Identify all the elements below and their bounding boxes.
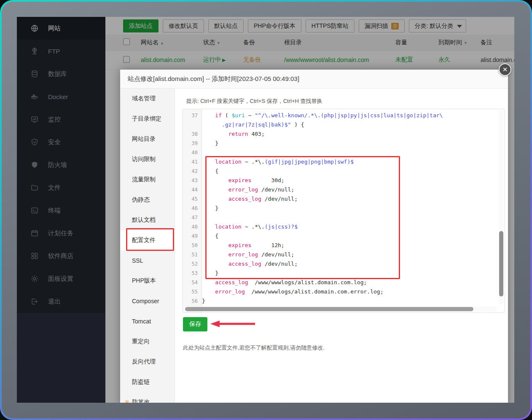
config-warning-note: 此处为站点主配置文件,若您不了解配置规则,请勿随意修改. — [183, 344, 325, 352]
modal-menu-item-6[interactable]: 默认文档 — [120, 210, 175, 230]
modal-menu-item-label: 配置文件 — [132, 237, 156, 244]
modal-menu-item-0[interactable]: 域名管理 — [120, 89, 175, 109]
modal-menu-item-label: SSL — [132, 257, 143, 264]
code-line: 43 expires 30d; — [183, 176, 499, 185]
line-number: 55 — [183, 287, 202, 296]
code-text[interactable]: } — [202, 296, 499, 306]
code-text[interactable]: location ~ .*\.(js|css)?$ — [202, 222, 499, 232]
vscroll-thumb[interactable] — [499, 231, 503, 296]
modal-menu-item-13[interactable]: 反向代理 — [120, 352, 175, 372]
modal-menu-item-4[interactable]: 流量限制 — [120, 170, 175, 190]
modal-menu-item-8[interactable]: SSL — [120, 250, 175, 271]
line-number: 56 — [183, 296, 202, 306]
save-button[interactable]: 保存 — [183, 317, 207, 331]
code-line: 46 } — [183, 204, 499, 213]
code-line: 44 error_log /dev/null; — [183, 185, 499, 194]
line-number: 54 — [183, 278, 202, 287]
modal-menu-item-label: 子目录绑定 — [132, 115, 161, 123]
modal-menu-item-label: 防篡改 — [132, 398, 150, 403]
line-number: 45 — [183, 194, 202, 204]
code-line: 56} — [183, 296, 499, 306]
code-text[interactable] — [202, 213, 499, 222]
editor-vscrollbar[interactable] — [499, 110, 504, 305]
modal-menu-item-label: Tomcat — [132, 318, 151, 325]
line-number: 41 — [183, 157, 202, 167]
line-number: 50 — [183, 241, 202, 250]
code-line: 41 location ~ .*\.(gif|jpg|jpeg|png|bmp|… — [183, 157, 499, 167]
line-number: 51 — [183, 250, 202, 259]
code-text[interactable]: expires 12h; — [202, 241, 499, 250]
crown-icon: ♛ — [124, 399, 130, 403]
annotation-arrow — [210, 319, 256, 328]
hscroll-thumb[interactable] — [185, 307, 473, 311]
code-line: 54 access_log /www/wwwlogs/alist.domain.… — [183, 278, 499, 287]
code-text[interactable]: error_log /dev/null; — [202, 185, 499, 194]
code-text[interactable]: access_log /dev/null; — [202, 194, 499, 204]
modal-menu-item-3[interactable]: 访问限制 — [120, 149, 175, 170]
modal-menu-item-label: 流量限制 — [132, 176, 156, 183]
code-line: 37 if ( $uri ~ "^/\.well-known/.*\.(php|… — [183, 111, 499, 120]
line-number: 47 — [183, 213, 202, 222]
modal-menu-item-2[interactable]: 网站目录 — [120, 129, 175, 149]
modal-menu-item-12[interactable]: 重定向 — [120, 331, 175, 352]
modal-menu-item-label: 默认文档 — [132, 216, 156, 224]
line-number: 38 — [183, 129, 202, 139]
code-text[interactable]: { — [202, 167, 499, 176]
modal-menu-item-7[interactable]: 配置文件 — [120, 230, 175, 250]
code-line: 53 } — [183, 269, 499, 278]
code-text[interactable]: access_log /dev/null; — [202, 259, 499, 269]
code-text[interactable]: location ~ .*\.(gif|jpg|jpeg|png|bmp|swf… — [202, 157, 499, 167]
editor-hscrollbar[interactable] — [183, 307, 497, 312]
modal-menu-item-label: Composer — [132, 298, 159, 304]
code-text[interactable] — [202, 148, 499, 157]
editor-lines: 37 if ( $uri ~ "^/\.well-known/.*\.(php|… — [183, 111, 499, 306]
modal-menu-item-label: 伪静态 — [132, 196, 150, 204]
code-line: 55 error_log /www/wwwlogs/alist.domain.c… — [183, 287, 499, 296]
modal-menu-item-14[interactable]: 防盗链 — [120, 372, 175, 392]
line-number: 48 — [183, 222, 202, 232]
code-line: 51 error_log /dev/null; — [183, 250, 499, 259]
line-number: 49 — [183, 232, 202, 241]
modal-menu-item-11[interactable]: Tomcat — [120, 311, 175, 331]
line-number: 52 — [183, 259, 202, 269]
line-number: 37 — [183, 111, 202, 120]
modal-menu-item-1[interactable]: 子目录绑定 — [120, 109, 175, 129]
close-icon[interactable] — [499, 63, 511, 76]
modal-menu-item-label: PHP版本 — [132, 277, 156, 285]
code-line: 50 expires 12h; — [183, 241, 499, 250]
modal-menu-item-label: 网站目录 — [132, 135, 156, 143]
modal-menu-item-9[interactable]: PHP版本 — [120, 271, 175, 291]
code-text[interactable]: access_log /www/wwwlogs/alist.domain.com… — [202, 278, 499, 287]
modal-menu-item-5[interactable]: 伪静态 — [120, 190, 175, 210]
modal-menu-item-10[interactable]: Composer — [120, 291, 175, 311]
code-text[interactable]: } — [202, 204, 499, 213]
code-line: 45 access_log /dev/null; — [183, 194, 499, 204]
code-text[interactable]: error_log /dev/null; — [202, 250, 499, 259]
code-text[interactable]: { — [202, 232, 499, 241]
panel-screen: 网站FTP数据库Docker监控安全防火墙文件终端计划任务软件商店面板设置退出 … — [17, 17, 514, 403]
code-text[interactable]: } — [202, 139, 499, 148]
code-text[interactable]: expires 30d; — [202, 176, 499, 185]
code-line: 47 — [183, 213, 499, 222]
line-number: 46 — [183, 204, 202, 213]
code-line: .gz|rar|7z|sql|bak)$" ) { — [183, 120, 499, 129]
code-text[interactable]: .gz|rar|7z|sql|bak)$" ) { — [202, 120, 499, 129]
code-text[interactable]: if ( $uri ~ "^/\.well-known/.*\.(php|jsp… — [202, 111, 499, 120]
code-line: 48 location ~ .*\.(js|css)?$ — [183, 222, 499, 232]
line-number: 42 — [183, 167, 202, 176]
code-text[interactable]: return 403; — [202, 129, 499, 139]
code-text[interactable]: error_log /www/wwwlogs/alist.domain.com.… — [202, 287, 499, 296]
modal-menu-item-label: 域名管理 — [132, 95, 156, 102]
line-number: 44 — [183, 185, 202, 194]
code-line: 49 { — [183, 232, 499, 241]
code-line: 38 return 403; — [183, 129, 499, 139]
code-text[interactable]: } — [202, 269, 499, 278]
config-code-editor[interactable]: 37 if ( $uri ~ "^/\.well-known/.*\.(php|… — [182, 109, 505, 313]
modal-menu-item-label: 重定向 — [132, 338, 150, 345]
code-line: 40 — [183, 148, 499, 157]
line-number: 39 — [183, 139, 202, 148]
code-line: 39 } — [183, 139, 499, 148]
code-line: 52 access_log /dev/null; — [183, 259, 499, 269]
modal-menu-item-15[interactable]: ♛防篡改 — [120, 392, 175, 403]
line-number: 40 — [183, 148, 202, 157]
